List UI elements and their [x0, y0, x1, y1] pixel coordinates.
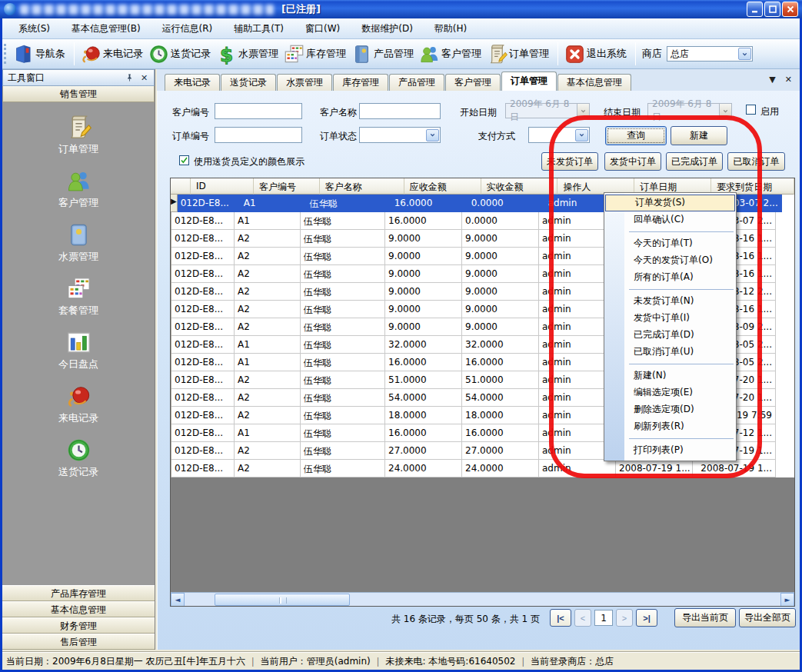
table-cell: 9.0000 — [385, 265, 462, 283]
sidebar-item-water-card[interactable]: 水票管理 — [2, 222, 155, 264]
order-no-input[interactable] — [215, 127, 302, 143]
toolbar-button-inventory[interactable]: 库存管理 — [282, 42, 350, 66]
shop-dropdown-icon[interactable] — [738, 48, 751, 60]
sidebar-item-customer[interactable]: 客户管理 — [2, 168, 155, 210]
menubar-item-3[interactable]: 运行信息(R) — [151, 19, 224, 38]
statusbar-segment: 当前日期：2009年6月8日星期一 农历己丑[牛]年五月十六 — [6, 655, 245, 668]
app-icon — [4, 3, 16, 15]
context-menu-item[interactable]: 今天的发货订单(O) — [604, 252, 736, 269]
sidebar-item-stocktake[interactable]: 今日盘点 — [2, 330, 155, 371]
context-menu-item[interactable]: 删除选定项(D) — [604, 401, 736, 418]
table-cell: A2 — [235, 265, 301, 283]
scroll-left-icon[interactable]: ◄ — [171, 593, 185, 607]
menubar-item-7[interactable]: 帮助(H) — [424, 19, 478, 38]
export-current-page-button[interactable]: 导出当前页 — [674, 608, 736, 627]
context-menu-item[interactable]: 刷新列表(R) — [604, 418, 736, 435]
column-header-2[interactable]: 客户编号 — [254, 178, 320, 195]
menubar-item-1[interactable]: 系统(S) — [8, 19, 61, 38]
shop-select[interactable]: 总店 — [667, 46, 753, 62]
toolbar-button-exit[interactable]: 退出系统 — [563, 42, 631, 66]
context-menu-item[interactable]: 订单发货(S) — [605, 195, 735, 211]
context-menu-item[interactable]: 已完成订单(D) — [604, 327, 736, 344]
page-number-input[interactable] — [594, 610, 613, 626]
enable-checkbox[interactable] — [746, 105, 756, 115]
toolbar-button-order[interactable]: 订单管理 — [485, 42, 553, 66]
context-menu-item[interactable]: 今天的订单(T) — [604, 235, 736, 252]
first-page-button[interactable]: |< — [550, 609, 571, 627]
tab-4[interactable]: 库存管理 — [333, 74, 388, 91]
row-selector[interactable]: ▶ — [171, 195, 178, 212]
toolbar-button-navbar[interactable]: 导航条 — [12, 42, 69, 66]
tab-close-icon[interactable]: ✕ — [785, 75, 792, 85]
sidebar-item-order[interactable]: 订单管理 — [2, 115, 155, 156]
sidebar-item-call-record[interactable]: 来电记录 — [2, 384, 155, 425]
table-cell: A1 — [241, 195, 307, 212]
tab-2[interactable]: 送货记录 — [221, 74, 276, 91]
table-cell: 9.0000 — [385, 248, 462, 265]
context-menu-item[interactable]: 未发货订单(N) — [604, 293, 736, 310]
color-display-checkbox[interactable] — [179, 155, 189, 165]
toolbar-button-water-ticket[interactable]: $水票管理 — [215, 42, 282, 66]
prev-page-button[interactable]: < — [574, 609, 591, 627]
context-menu-item[interactable]: 发货中订单(I) — [604, 310, 736, 327]
tab-5[interactable]: 产品管理 — [389, 74, 444, 91]
tab-3[interactable]: 水票管理 — [277, 74, 332, 91]
menubar-item-5[interactable]: 窗口(W) — [295, 19, 351, 38]
context-menu-item[interactable]: 编辑选定项(E) — [604, 384, 736, 401]
table-cell: 9.0000 — [385, 318, 462, 336]
tab-6[interactable]: 客户管理 — [445, 74, 501, 91]
sidebar-item-inventory[interactable]: 套餐管理 — [2, 276, 155, 318]
table-cell: A1 — [235, 336, 301, 354]
table-cell: 27.0000 — [385, 442, 462, 460]
sidebar-bottom-sections: 产品库存管理基本信息管理财务管理售后管理 — [2, 585, 155, 650]
export-all-pages-button[interactable]: 导出全部页 — [739, 608, 796, 627]
sidebar-section-2[interactable]: 基本信息管理 — [2, 601, 155, 617]
context-menu-item[interactable]: 打印列表(P) — [604, 442, 736, 459]
tab-dropdown-icon[interactable]: ▼ — [769, 75, 775, 85]
table-cell: 012D-E8... — [171, 460, 235, 477]
sidebar-section-4[interactable]: 售后管理 — [2, 634, 155, 650]
column-header-4[interactable]: 应收金额 — [404, 178, 481, 195]
toolbar-button-product[interactable]: 产品管理 — [350, 42, 418, 66]
sidebar-section-1[interactable]: 产品库存管理 — [2, 585, 155, 601]
scrollbar-thumb[interactable] — [215, 594, 350, 606]
menubar-item-2[interactable]: 基本信息管理(B) — [61, 19, 151, 38]
close-button[interactable] — [782, 2, 798, 17]
table-cell: 9.0000 — [462, 230, 539, 248]
sidebar-section-3[interactable]: 财务管理 — [2, 617, 155, 634]
customer-no-input[interactable] — [215, 103, 302, 119]
column-header-5[interactable]: 实收金额 — [481, 178, 558, 195]
table-cell: 9.0000 — [385, 230, 462, 248]
toolbar-button-call-record[interactable]: 来电记录 — [79, 42, 147, 66]
horizontal-scrollbar[interactable]: ◄ ► — [171, 592, 794, 606]
order-management-panel: 客户编号 客户名称 开始日期 2009年 6月 8日 结束日期 2009年 6月… — [157, 91, 800, 650]
tab-1[interactable]: 来电记录 — [165, 74, 220, 91]
tab-8[interactable]: 基本信息管理 — [557, 74, 631, 91]
context-menu-item[interactable]: 回单确认(C) — [604, 211, 736, 228]
toolbar-button-delivery-record[interactable]: 送货记录 — [147, 42, 215, 66]
menubar-item-4[interactable]: 辅助工具(T) — [223, 19, 295, 38]
order-status-select[interactable] — [359, 127, 441, 143]
sidebar-item-delivery-record[interactable]: 送货记录 — [2, 437, 155, 479]
customer-name-input[interactable] — [359, 103, 441, 119]
scroll-right-icon[interactable]: ► — [780, 593, 794, 607]
last-page-button[interactable]: >| — [636, 609, 657, 627]
inventory-icon — [284, 44, 304, 65]
minimize-button[interactable] — [747, 2, 763, 17]
toolbar-grip — [4, 44, 8, 64]
sidebar-section-sales[interactable]: 销售管理 — [2, 86, 155, 102]
tab-7[interactable]: 订单管理 — [501, 72, 557, 91]
order-status-dropdown-icon[interactable] — [426, 129, 439, 141]
next-page-button[interactable]: > — [616, 609, 633, 627]
context-menu-item[interactable]: 所有的订单(A) — [604, 269, 736, 286]
stocktake-icon — [66, 330, 92, 355]
context-menu-item[interactable]: 已取消订单(U) — [604, 344, 736, 361]
column-header-1[interactable]: ID — [191, 178, 254, 195]
menubar-item-6[interactable]: 数据维护(D) — [351, 19, 424, 38]
pin-icon[interactable] — [125, 73, 135, 83]
column-header-3[interactable]: 客户名称 — [320, 178, 404, 195]
context-menu-item[interactable]: 新建(N) — [604, 368, 736, 384]
tool-window-close-icon[interactable]: ✕ — [139, 73, 149, 83]
toolbar-button-customer[interactable]: 客户管理 — [418, 42, 485, 66]
maximize-button[interactable] — [764, 2, 780, 17]
